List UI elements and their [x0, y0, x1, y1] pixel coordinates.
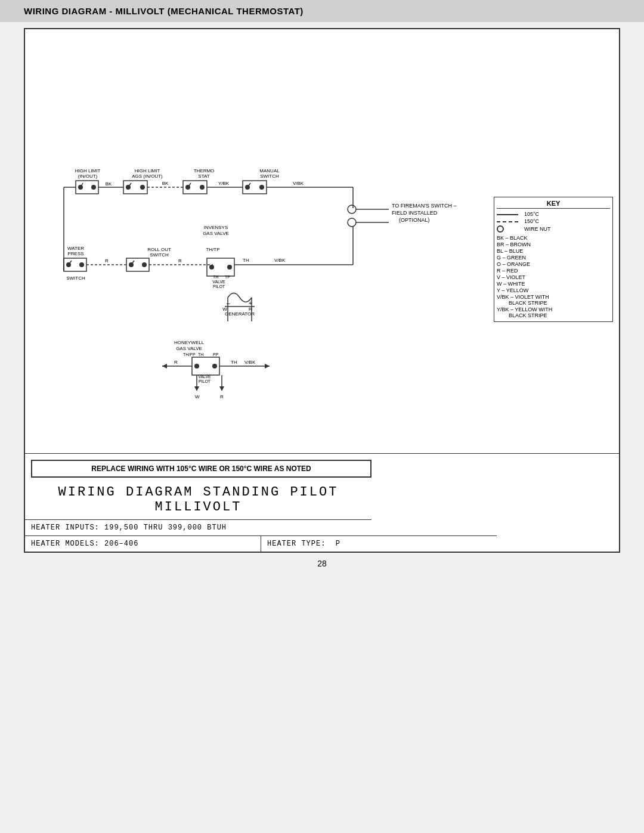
heater-type: HEATER TYPE: P	[261, 536, 497, 552]
svg-text:R: R	[105, 258, 109, 264]
svg-text:BK: BK	[162, 181, 169, 186]
svg-text:TH/TP: TH/TP	[206, 247, 219, 252]
heater-models-row: HEATER MODELS: 206–406 HEATER TYPE: P	[25, 535, 497, 552]
key-vbk: V/BK – VIOLET WITH BLACK STRIPE	[497, 294, 610, 306]
svg-marker-104	[194, 386, 199, 391]
page-header: WIRING DIAGRAM - MILLIVOLT (MECHANICAL T…	[0, 0, 644, 22]
svg-text:R: R	[174, 360, 178, 365]
svg-text:TH: TH	[213, 275, 218, 279]
svg-text:GENERATOR: GENERATOR	[225, 311, 255, 317]
svg-text:–: –	[227, 300, 230, 306]
svg-text:VALVE: VALVE	[198, 374, 211, 379]
key-g: G – GREEN	[497, 255, 610, 261]
key-bk: BK – BLACK	[497, 235, 610, 241]
main-content: HIGH LIMIT (IN/OUT) BK HIGH LIMIT AGS (I…	[0, 22, 644, 586]
key-bl: BL – BLUE	[497, 248, 610, 254]
diagram-svg-area: HIGH LIMIT (IN/OUT) BK HIGH LIMIT AGS (I…	[25, 29, 619, 453]
key-o: O – ORANGE	[497, 261, 610, 267]
svg-text:PILOT: PILOT	[199, 379, 211, 383]
svg-point-64	[209, 265, 214, 270]
svg-text:TH: TH	[231, 360, 237, 365]
svg-text:WATER: WATER	[67, 246, 84, 251]
wire-nut-symbol	[497, 225, 521, 233]
page-number: 28	[317, 553, 327, 574]
key-v: V – VIOLET	[497, 274, 610, 280]
svg-text:R: R	[220, 394, 224, 400]
svg-text:SWITCH: SWITCH	[260, 174, 279, 179]
key-title: KEY	[497, 200, 610, 209]
svg-text:STAT: STAT	[198, 174, 209, 179]
svg-point-65	[227, 265, 232, 270]
svg-text:V/BK: V/BK	[274, 258, 286, 263]
svg-text:PP: PP	[213, 352, 219, 357]
svg-text:+: +	[249, 300, 252, 306]
svg-text:V/BK: V/BK	[244, 360, 256, 365]
svg-point-49	[79, 262, 84, 267]
replace-notice: REPLACE WIRING WITH 105°C WIRE OR 150°C …	[31, 460, 371, 478]
svg-point-90	[212, 364, 217, 368]
svg-point-89	[194, 364, 199, 368]
key-color-codes: BK – BLACK BR – BROWN BL – BLUE G – GREE…	[497, 235, 610, 318]
svg-point-30	[259, 185, 264, 190]
svg-text:MANUAL: MANUAL	[259, 168, 280, 174]
svg-text:INVENSYS: INVENSYS	[204, 225, 228, 230]
svg-text:(OPTIONAL): (OPTIONAL)	[399, 217, 430, 223]
svg-text:HIGH LIMIT: HIGH LIMIT	[135, 168, 160, 174]
heater-inputs: HEATER INPUTS: 199,500 THRU 399,000 BTUH	[25, 520, 371, 535]
svg-text:BK: BK	[106, 181, 112, 187]
svg-text:SWITCH: SWITCH	[66, 275, 85, 281]
diagram-title: WIRING DIAGRAM STANDING PILOT MILLIVOLT	[25, 480, 371, 519]
key-label-105: 105°C	[524, 211, 539, 217]
svg-text:TH: TH	[243, 258, 249, 263]
key-y: Y – YELLOW	[497, 287, 610, 293]
svg-text:VALVE: VALVE	[212, 280, 225, 284]
svg-text:ROLL OUT: ROLL OUT	[147, 247, 171, 252]
bottom-section: REPLACE WIRING WITH 105°C WIRE OR 150°C …	[25, 453, 619, 552]
dashed-wire-symbol	[497, 218, 521, 224]
svg-text:W: W	[195, 394, 200, 400]
diagram-box: HIGH LIMIT (IN/OUT) BK HIGH LIMIT AGS (I…	[24, 28, 620, 553]
svg-text:PILOT: PILOT	[213, 284, 225, 289]
svg-text:TP: TP	[225, 275, 230, 279]
svg-text:(IN/OUT): (IN/OUT)	[78, 174, 98, 179]
key-item-105: 105°C	[497, 211, 610, 217]
key-box: KEY 105°C 150°C WIRE NUT BK – BLACK BR –…	[494, 197, 613, 322]
svg-text:TH/PP: TH/PP	[183, 352, 196, 357]
svg-text:FIELD INSTALLED: FIELD INSTALLED	[392, 210, 438, 216]
svg-point-37	[348, 218, 356, 227]
heater-models: HEATER MODELS: 206–406	[25, 536, 261, 552]
svg-text:Y/BK: Y/BK	[218, 181, 230, 186]
svg-text:PRESS: PRESS	[67, 251, 83, 256]
svg-text:SWITCH: SWITCH	[150, 252, 169, 258]
wiring-diagram-svg: HIGH LIMIT (IN/OUT) BK HIGH LIMIT AGS (I…	[31, 35, 496, 417]
key-ybk: Y/BK – YELLOW WITH BLACK STRIPE	[497, 306, 610, 318]
svg-text:TO FIREMAN'S SWITCH –: TO FIREMAN'S SWITCH –	[392, 203, 457, 209]
svg-text:HIGH LIMIT: HIGH LIMIT	[75, 168, 101, 174]
svg-point-14	[140, 185, 145, 190]
svg-text:R: R	[178, 258, 182, 264]
key-label-wirenut: WIRE NUT	[524, 226, 551, 232]
solid-wire-symbol	[497, 211, 521, 217]
key-w: W – WHITE	[497, 281, 610, 287]
svg-text:AGS (IN/OUT): AGS (IN/OUT)	[132, 174, 163, 179]
key-r: R – RED	[497, 268, 610, 274]
svg-point-58	[142, 262, 147, 267]
page-title: WIRING DIAGRAM - MILLIVOLT (MECHANICAL T…	[24, 6, 304, 16]
svg-text:GAS VALVE: GAS VALVE	[176, 346, 202, 351]
svg-marker-102	[265, 364, 270, 368]
svg-text:THERMO: THERMO	[194, 168, 215, 174]
svg-marker-107	[219, 386, 224, 391]
key-item-150: 150°C	[497, 218, 610, 224]
bottom-left: REPLACE WIRING WITH 105°C WIRE OR 150°C …	[25, 454, 497, 552]
svg-point-22	[200, 185, 205, 190]
svg-text:V/BK: V/BK	[293, 181, 304, 186]
key-item-wirenut: WIRE NUT	[497, 225, 610, 233]
heater-info: HEATER INPUTS: 199,500 THRU 399,000 BTUH	[25, 519, 371, 535]
svg-text:TH: TH	[198, 352, 203, 357]
key-br: BR – BROWN	[497, 241, 610, 247]
svg-point-36	[348, 205, 356, 213]
svg-text:GAS VALVE: GAS VALVE	[203, 231, 229, 236]
svg-point-4	[91, 185, 96, 190]
svg-text:HONEYWELL: HONEYWELL	[174, 340, 205, 345]
svg-marker-98	[162, 364, 167, 368]
